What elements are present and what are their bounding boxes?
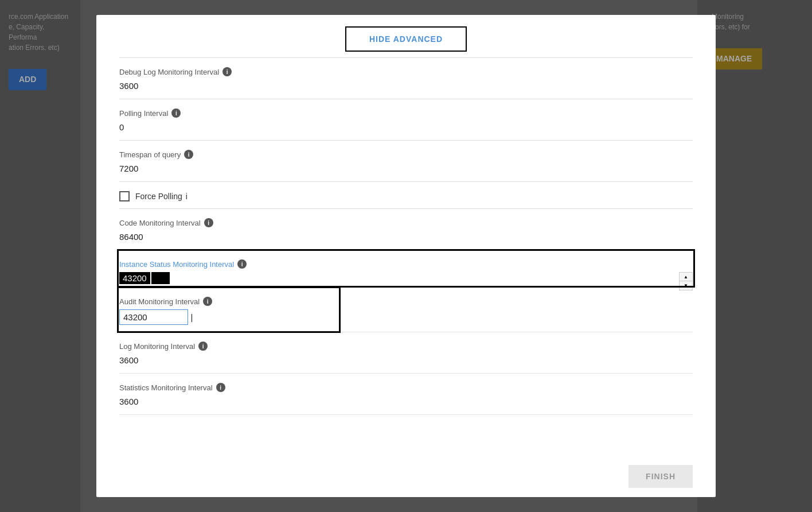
polling-interval-label: Polling Interval i (119, 108, 693, 118)
code-monitoring-interval-value: 86400 (119, 231, 693, 243)
instance-status-spinner-up[interactable]: ▲ (679, 272, 693, 281)
audit-monitoring-interval-field: Audit Monitoring Interval i | (119, 288, 693, 332)
audit-cursor: | (190, 312, 193, 322)
polling-interval-info-icon[interactable]: i (171, 108, 181, 118)
polling-interval-value: 0 (119, 121, 693, 133)
code-monitoring-interval-field: Code Monitoring Interval i 86400 (119, 209, 693, 250)
debug-log-info-icon[interactable]: i (222, 67, 232, 76)
modal-footer: FINISH (96, 456, 716, 497)
hide-advanced-section: HIDE ADVANCED (119, 15, 693, 58)
instance-status-monitoring-interval-field: Instance Status Monitoring Interval i 43… (119, 250, 693, 288)
polling-interval-field: Polling Interval i 0 (119, 99, 693, 141)
debug-log-monitoring-interval-field: Debug Log Monitoring Interval i 3600 (119, 58, 693, 99)
debug-log-monitoring-interval-label: Debug Log Monitoring Interval i (119, 67, 693, 76)
timespan-of-query-label: Timespan of query i (119, 150, 693, 159)
audit-input-wrapper: | (119, 309, 693, 325)
code-monitoring-interval-label: Code Monitoring Interval i (119, 218, 693, 227)
modal-dialog: HIDE ADVANCED Debug Log Monitoring Inter… (96, 15, 716, 497)
log-monitoring-interval-value: 3600 (119, 354, 693, 366)
hide-advanced-button[interactable]: HIDE ADVANCED (345, 26, 467, 52)
instance-status-info-icon[interactable]: i (237, 259, 247, 269)
statistics-monitoring-interval-value: 3600 (119, 395, 693, 408)
log-monitoring-interval-field: Log Monitoring Interval i 3600 (119, 332, 693, 374)
timespan-info-icon[interactable]: i (184, 150, 193, 159)
instance-status-label: Instance Status Monitoring Interval i (119, 259, 693, 269)
timespan-of-query-field: Timespan of query i 7200 (119, 141, 693, 182)
audit-monitoring-interval-label: Audit Monitoring Interval i (119, 297, 693, 306)
force-polling-field: Force Polling i (119, 182, 693, 209)
instance-status-input-row: 43200 ▲ ▼ (119, 272, 693, 284)
code-monitoring-info-icon[interactable]: i (204, 218, 213, 227)
force-polling-checkbox[interactable] (119, 191, 130, 201)
modal-overlay: HIDE ADVANCED Debug Log Monitoring Inter… (0, 0, 812, 512)
statistics-monitoring-interval-field: Statistics Monitoring Interval i 3600 (119, 374, 693, 415)
modal-content: HIDE ADVANCED Debug Log Monitoring Inter… (96, 15, 716, 456)
debug-log-monitoring-interval-value: 3600 (119, 80, 693, 92)
audit-monitoring-interval-input[interactable] (119, 309, 188, 325)
instance-status-value-selected: 43200 (119, 272, 150, 284)
log-monitoring-info-icon[interactable]: i (198, 342, 208, 351)
timespan-of-query-value: 7200 (119, 162, 693, 174)
audit-info-icon[interactable]: i (203, 297, 212, 306)
finish-button[interactable]: FINISH (628, 465, 693, 488)
log-monitoring-interval-label: Log Monitoring Interval i (119, 342, 693, 351)
force-polling-info-icon[interactable]: i (186, 192, 188, 201)
force-polling-label: Force Polling i (135, 192, 188, 201)
instance-status-cursor (151, 272, 170, 284)
statistics-monitoring-interval-label: Statistics Monitoring Interval i (119, 383, 693, 392)
statistics-monitoring-info-icon[interactable]: i (216, 383, 225, 392)
